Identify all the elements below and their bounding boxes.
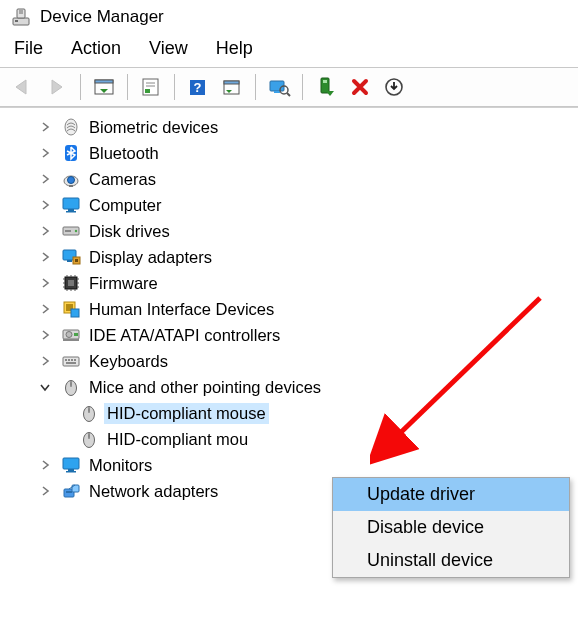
tree-node[interactable]: Human Interface Devices [4,296,578,322]
svg-rect-36 [75,259,78,262]
tree-node[interactable]: Mice and other pointing devices [4,374,578,400]
expand-icon[interactable] [34,457,56,473]
hid-icon [60,298,82,320]
context-menu-item[interactable]: Uninstall device [333,544,569,577]
toolbar-icon-button[interactable] [216,72,248,102]
tree-node[interactable]: Cameras [4,166,578,192]
svg-rect-50 [74,359,76,361]
expand-icon[interactable] [34,119,56,135]
svg-rect-32 [65,230,71,232]
expand-icon[interactable] [34,171,56,187]
titlebar: Device Manager [0,0,578,34]
tree-node-label: IDE ATA/ATAPI controllers [86,325,283,346]
tree-node[interactable]: Firmware [4,270,578,296]
svg-rect-27 [63,198,79,209]
context-menu-item[interactable]: Disable device [333,511,569,544]
svg-rect-61 [63,458,79,469]
context-menu-item[interactable]: Update driver [333,478,569,511]
tree-node[interactable]: HID-compliant mou [4,426,578,452]
forward-button[interactable] [41,72,73,102]
svg-rect-62 [68,469,74,471]
help-button[interactable]: ? [182,72,214,102]
svg-rect-45 [63,339,79,341]
tree-node[interactable]: IDE ATA/ATAPI controllers [4,322,578,348]
expand-icon[interactable] [34,249,56,265]
tree-node-label: Network adapters [86,481,221,502]
svg-rect-54 [70,382,72,386]
expand-icon[interactable] [34,145,56,161]
svg-point-22 [65,119,77,135]
svg-rect-63 [66,471,76,473]
svg-rect-28 [68,209,74,211]
tree-node-label: Mice and other pointing devices [86,377,324,398]
svg-text:?: ? [194,80,202,95]
svg-rect-44 [74,333,78,336]
tree-node-label: Firmware [86,273,161,294]
svg-rect-38 [68,280,74,286]
context-menu: Update driverDisable deviceUninstall dev… [332,477,570,578]
tree-node-label: HID-compliant mou [104,429,251,450]
svg-point-31 [75,230,77,232]
menu-view[interactable]: View [149,38,188,59]
monitor2-icon [60,454,82,476]
update-driver-button[interactable] [310,72,342,102]
menu-help[interactable]: Help [216,38,253,59]
svg-rect-47 [65,359,67,361]
keyboard-icon [60,350,82,372]
display-adapter-icon [60,246,82,268]
scan-hardware-button[interactable] [263,72,295,102]
tree-node[interactable]: Computer [4,192,578,218]
svg-rect-29 [66,211,76,213]
tree-node[interactable]: Bluetooth [4,140,578,166]
mouse-icon [78,428,100,450]
svg-rect-34 [67,260,72,262]
bluetooth-icon [60,142,82,164]
svg-rect-65 [66,491,72,493]
tree-node-label: Bluetooth [86,143,162,164]
svg-point-25 [68,177,75,184]
menubar: File Action View Help [0,34,578,67]
tree-node[interactable]: Biometric devices [4,114,578,140]
menu-action[interactable]: Action [71,38,121,59]
network-icon [60,480,82,502]
tree-node-label: Monitors [86,455,155,476]
properties-button[interactable] [135,72,167,102]
expand-icon[interactable] [34,327,56,343]
expand-icon[interactable] [34,275,56,291]
app-icon [10,6,32,28]
collapse-icon[interactable] [34,379,56,395]
show-hide-tree-button[interactable] [88,72,120,102]
toolbar-divider [255,74,256,100]
toolbar-divider [174,74,175,100]
svg-rect-26 [69,185,73,187]
svg-rect-6 [95,80,113,83]
device-tree[interactable]: Biometric devicesBluetoothCamerasCompute… [0,107,578,619]
svg-rect-60 [88,434,90,438]
tree-node[interactable]: Display adapters [4,244,578,270]
svg-rect-10 [145,89,150,93]
tree-node-label: Computer [86,195,164,216]
expand-icon[interactable] [34,353,56,369]
tree-node[interactable]: Monitors [4,452,578,478]
drive-icon [60,220,82,242]
expand-icon[interactable] [34,197,56,213]
toolbar-divider [80,74,81,100]
svg-point-43 [66,332,72,338]
svg-line-18 [287,93,290,96]
svg-rect-14 [224,81,239,84]
expand-icon[interactable] [34,301,56,317]
tree-node[interactable]: Disk drives [4,218,578,244]
tree-node-label: Cameras [86,169,159,190]
expand-icon[interactable] [34,223,56,239]
svg-rect-46 [63,357,79,366]
disable-button[interactable] [378,72,410,102]
svg-rect-16 [274,91,280,93]
toolbar: ? [0,67,578,107]
expand-icon[interactable] [34,483,56,499]
tree-node[interactable]: Keyboards [4,348,578,374]
menu-file[interactable]: File [14,38,43,59]
uninstall-button[interactable] [344,72,376,102]
mouse-icon [78,402,100,424]
back-button[interactable] [7,72,39,102]
tree-node[interactable]: HID-compliant mouse [4,400,578,426]
